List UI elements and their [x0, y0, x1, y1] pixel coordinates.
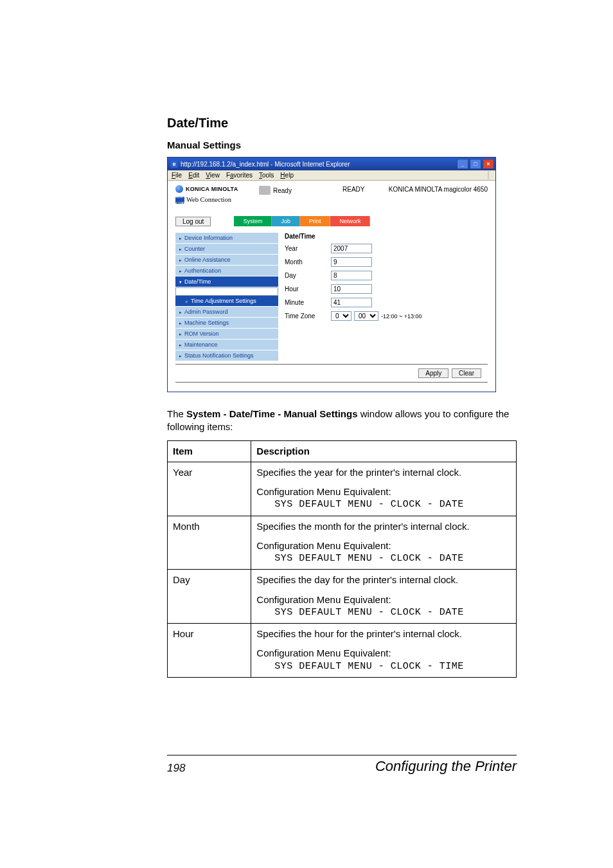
sidebar-item-maint[interactable]: Maintenance: [175, 339, 278, 350]
description-table: Item Description Year Specifies the year…: [167, 440, 517, 678]
ready-label: READY: [342, 185, 389, 193]
day-input[interactable]: [331, 271, 372, 280]
apply-button[interactable]: Apply: [418, 368, 449, 378]
sidebar-item-device[interactable]: Device Information: [175, 233, 278, 244]
ie-window: e http://192.168.1.2/a_index.html - Micr…: [167, 157, 496, 392]
tab-print[interactable]: Print: [300, 216, 331, 226]
minute-label: Minute: [285, 299, 331, 306]
table-row: Month Specifies the month for the printe…: [168, 516, 517, 570]
hour-label: Hour: [285, 285, 331, 293]
menu-help[interactable]: Help: [280, 172, 294, 179]
sidebar-item-rom[interactable]: ROM Version: [175, 329, 278, 339]
chapter-title: Configuring the Printer: [375, 758, 517, 775]
sidebar-item-admin[interactable]: Admin Password: [175, 307, 278, 318]
window-titlebar: e http://192.168.1.2/a_index.html - Micr…: [168, 158, 495, 170]
sidebar-subitem-manual[interactable]: Manual Settings: [175, 287, 278, 296]
cell-desc: Specifies the day for the printer's inte…: [251, 570, 517, 624]
ie-menubar: File Edit View Favorites Tools Help: [168, 170, 495, 181]
cell-desc: Specifies the year for the printer's int…: [251, 462, 517, 516]
table-header-item: Item: [168, 440, 251, 462]
sidebar-item-online[interactable]: Online Assistance: [175, 255, 278, 266]
section-heading: Date/Time: [167, 116, 517, 131]
tab-network[interactable]: Network: [330, 216, 370, 226]
table-row: Day Specifies the day for the printer's …: [168, 570, 517, 624]
table-row: Hour Specifies the hour for the printer'…: [168, 624, 517, 678]
page-footer: 198 Configuring the Printer: [167, 755, 517, 775]
cell-desc: Specifies the hour for the printer's int…: [251, 624, 517, 678]
cell-item: Hour: [168, 624, 251, 678]
menu-edit[interactable]: Edit: [188, 172, 199, 179]
table-header-desc: Description: [251, 440, 517, 462]
printer-icon: [259, 186, 271, 195]
month-input[interactable]: [331, 257, 372, 267]
status-text: Ready: [273, 187, 292, 194]
timezone-label: Time Zone: [285, 312, 331, 320]
sidebar-subitem-timeadj[interactable]: Time Adjustment Settings: [175, 296, 278, 307]
cell-item: Day: [168, 570, 251, 624]
timezone-minute-select[interactable]: 00: [354, 311, 378, 321]
pagescope-label: Web Connection: [186, 195, 231, 206]
window-title: http://192.168.1.2/a_index.html - Micros…: [181, 161, 350, 168]
sidebar-item-machine[interactable]: Machine Settings: [175, 318, 278, 329]
table-row: Year Specifies the year for the printer'…: [168, 462, 517, 516]
sidebar: Device Information Counter Online Assist…: [175, 233, 278, 361]
sidebar-item-auth[interactable]: Authentication: [175, 266, 278, 276]
cell-item: Year: [168, 462, 251, 516]
clear-button[interactable]: Clear: [452, 368, 481, 378]
logout-button[interactable]: Log out: [175, 217, 211, 226]
year-label: Year: [285, 245, 331, 252]
hour-input[interactable]: [331, 284, 372, 294]
minute-input[interactable]: [331, 298, 372, 307]
model-name: KONICA MINOLTA magicolor 4650: [389, 185, 488, 193]
form-title: Date/Time: [285, 233, 488, 240]
cell-item: Month: [168, 516, 251, 570]
timezone-range: -12:00 ~ +13:00: [381, 313, 422, 320]
tab-system[interactable]: System: [234, 216, 272, 226]
subsection-heading: Manual Settings: [167, 140, 517, 150]
km-globe-icon: [175, 185, 183, 193]
menu-view[interactable]: View: [206, 172, 220, 179]
timezone-hour-select[interactable]: 0: [331, 311, 351, 321]
month-label: Month: [285, 258, 331, 266]
menu-tools[interactable]: Tools: [259, 172, 274, 179]
day-label: Day: [285, 272, 331, 279]
year-input[interactable]: [331, 244, 372, 253]
menu-file[interactable]: File: [172, 172, 182, 179]
close-button[interactable]: ×: [483, 159, 494, 169]
ie-throbber-icon: [488, 172, 492, 179]
intro-paragraph: The System - Date/Time - Manual Settings…: [167, 408, 517, 434]
menu-favorites[interactable]: Favorites: [226, 172, 253, 179]
tab-job[interactable]: Job: [272, 216, 300, 226]
sidebar-item-datetime[interactable]: Date/Time: [175, 276, 278, 287]
sidebar-item-counter[interactable]: Counter: [175, 244, 278, 255]
pagescope-icon: PAGE SCOPE: [175, 197, 184, 204]
cell-desc: Specifies the month for the printer's in…: [251, 516, 517, 570]
sidebar-item-status[interactable]: Status Notification Settings: [175, 350, 278, 361]
ie-icon: e: [170, 160, 178, 168]
maximize-button[interactable]: □: [470, 159, 481, 169]
page-number: 198: [167, 762, 185, 775]
brand-name: KONICA MINOLTA: [186, 185, 238, 194]
minimize-button[interactable]: _: [457, 159, 468, 169]
